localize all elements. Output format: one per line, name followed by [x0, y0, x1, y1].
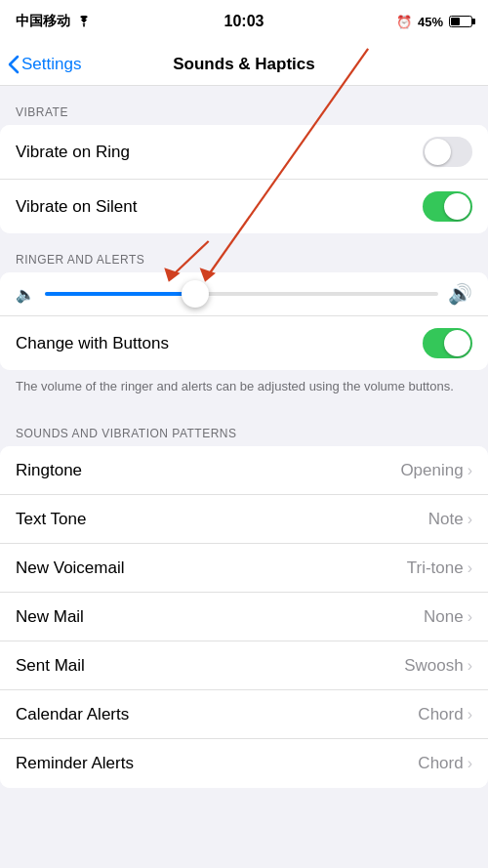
- new-voicemail-item[interactable]: New Voicemail Tri-tone ›: [0, 544, 488, 593]
- ringer-slider-row: 🔈 🔊: [0, 272, 488, 316]
- reminder-alerts-label: Reminder Alerts: [16, 754, 134, 773]
- text-tone-value: Note ›: [428, 510, 472, 529]
- status-time: 10:03: [224, 13, 264, 30]
- vibrate-on-silent-toggle[interactable]: [423, 191, 472, 222]
- calendar-alerts-label: Calendar Alerts: [16, 705, 129, 724]
- new-mail-value: None ›: [424, 607, 472, 627]
- new-mail-chevron: ›: [468, 608, 472, 626]
- new-mail-item[interactable]: New Mail None ›: [0, 593, 488, 641]
- calendar-alerts-value: Chord ›: [418, 705, 472, 724]
- calendar-alerts-item[interactable]: Calendar Alerts Chord ›: [0, 690, 488, 739]
- ringer-section-header: RINGER AND ALERTS: [0, 233, 488, 272]
- status-left: 中国移动: [16, 13, 92, 30]
- ringer-list-group: 🔈 🔊 Change with Buttons: [0, 272, 488, 370]
- new-voicemail-chevron: ›: [468, 559, 472, 577]
- battery-icon: [449, 16, 472, 27]
- battery-fill: [451, 18, 460, 25]
- ringtone-item[interactable]: Ringtone Opening ›: [0, 446, 488, 495]
- vibrate-on-ring-item: Vibrate on Ring: [0, 125, 488, 180]
- page-wrapper: 中国移动 10:03 ⏰ 45% Settings Sounds & Hapti…: [0, 0, 488, 788]
- ringer-slider-track[interactable]: [45, 292, 438, 296]
- status-right: ⏰ 45%: [396, 15, 472, 29]
- ringer-info-text: The volume of the ringer and alerts can …: [0, 370, 488, 407]
- change-with-buttons-knob: [444, 330, 470, 356]
- sent-mail-value: Swoosh ›: [404, 656, 472, 676]
- text-tone-chevron: ›: [468, 511, 472, 528]
- carrier-text: 中国移动: [16, 13, 70, 30]
- text-tone-label: Text Tone: [16, 510, 86, 529]
- new-mail-value-text: None: [424, 607, 464, 627]
- new-mail-label: New Mail: [16, 607, 84, 627]
- vibrate-on-silent-knob: [444, 193, 470, 220]
- change-with-buttons-item: Change with Buttons: [0, 316, 488, 370]
- vibrate-section-header: VIBRATE: [0, 86, 488, 125]
- sent-mail-label: Sent Mail: [16, 656, 85, 676]
- new-voicemail-value: Tri-tone ›: [407, 558, 472, 578]
- calendar-alerts-value-text: Chord: [418, 705, 463, 724]
- sent-mail-item[interactable]: Sent Mail Swoosh ›: [0, 641, 488, 690]
- sent-mail-chevron: ›: [468, 657, 472, 675]
- nav-title: Sounds & Haptics: [173, 55, 314, 74]
- new-voicemail-value-text: Tri-tone: [407, 558, 464, 578]
- back-button[interactable]: Settings: [8, 55, 81, 74]
- text-tone-value-text: Note: [428, 510, 464, 529]
- reminder-alerts-value-text: Chord: [418, 754, 463, 773]
- volume-low-icon: 🔈: [16, 285, 35, 304]
- reminder-alerts-item[interactable]: Reminder Alerts Chord ›: [0, 739, 488, 788]
- reminder-alerts-chevron: ›: [468, 755, 472, 772]
- reminder-alerts-value: Chord ›: [418, 754, 472, 773]
- vibrate-on-ring-label: Vibrate on Ring: [16, 143, 130, 162]
- text-tone-item[interactable]: Text Tone Note ›: [0, 495, 488, 544]
- ringtone-value-text: Opening: [400, 461, 463, 480]
- sounds-section-header: SOUNDS AND VIBRATION PATTERNS: [0, 407, 488, 446]
- volume-high-icon: 🔊: [448, 282, 472, 306]
- vibrate-list-group: Vibrate on Ring Vibrate on Silent: [0, 125, 488, 233]
- alarm-icon: ⏰: [396, 15, 412, 29]
- vibrate-on-silent-label: Vibrate on Silent: [16, 197, 137, 217]
- sent-mail-value-text: Swoosh: [404, 656, 463, 676]
- nav-bar: Settings Sounds & Haptics: [0, 43, 488, 86]
- vibrate-on-ring-knob: [425, 139, 451, 165]
- new-voicemail-label: New Voicemail: [16, 558, 125, 578]
- status-bar: 中国移动 10:03 ⏰ 45%: [0, 0, 488, 43]
- change-with-buttons-label: Change with Buttons: [16, 334, 169, 353]
- battery-text: 45%: [418, 15, 443, 29]
- svg-point-4: [83, 25, 85, 27]
- ringtone-chevron: ›: [468, 462, 472, 479]
- ringtone-value: Opening ›: [400, 461, 472, 480]
- calendar-alerts-chevron: ›: [468, 706, 472, 723]
- wifi-icon: [76, 16, 92, 27]
- change-with-buttons-toggle[interactable]: [423, 328, 472, 358]
- sounds-list-group: Ringtone Opening › Text Tone Note › New …: [0, 446, 488, 788]
- back-label: Settings: [21, 55, 81, 74]
- vibrate-on-silent-item: Vibrate on Silent: [0, 180, 488, 233]
- ringer-slider-fill: [45, 292, 194, 296]
- vibrate-on-ring-toggle[interactable]: [423, 137, 472, 167]
- ringtone-label: Ringtone: [16, 461, 82, 480]
- ringer-slider-thumb[interactable]: [182, 280, 209, 308]
